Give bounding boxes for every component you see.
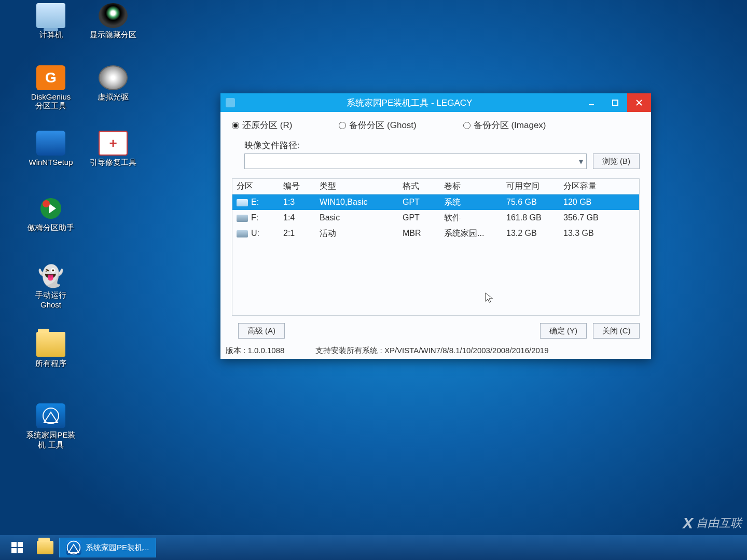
icon-label: 所有程序 [20, 359, 82, 369]
icon-label: WinNTSetup [20, 158, 82, 166]
pe-installer-icon [66, 540, 81, 555]
minimize-button[interactable] [579, 93, 603, 112]
version-label: 版本 : 1.0.0.1088 [226, 346, 284, 356]
radio-dot-icon [463, 122, 471, 129]
svg-point-2 [43, 408, 59, 424]
radio-backup-imagex[interactable]: 备份分区 (Imagex) [463, 119, 546, 131]
radio-label: 备份分区 (Imagex) [474, 119, 546, 131]
pe-installer-window: 系统家园PE装机工具 - LEGACY 还原分区 (R) 备份分区 (Ghost… [220, 93, 651, 359]
start-button[interactable] [3, 537, 31, 558]
icon-label: 虚拟光驱 [82, 92, 144, 102]
col-format[interactable]: 格式 [398, 181, 440, 192]
pe-installer-icon [36, 403, 65, 428]
image-path-combobox[interactable]: ▾ [244, 153, 587, 169]
drive-icon [237, 230, 248, 237]
desktop-icon-boot-repair[interactable]: 引导修复工具 [82, 131, 144, 167]
svg-point-1 [43, 200, 50, 207]
radio-backup-ghost[interactable]: 备份分区 (Ghost) [339, 119, 416, 131]
icon-label: 引导修复工具 [82, 158, 144, 167]
taskbar-task-label: 系统家园PE装机... [86, 543, 149, 553]
desktop-icon-computer[interactable]: 计算机 [20, 3, 82, 40]
taskbar-task-pe-installer[interactable]: 系统家园PE装机... [59, 538, 156, 557]
radio-label: 备份分区 (Ghost) [349, 119, 416, 131]
svg-rect-10 [18, 548, 23, 553]
titlebar[interactable]: 系统家园PE装机工具 - LEGACY [220, 93, 651, 112]
table-header: 分区 编号 类型 格式 卷标 可用空间 分区容量 [232, 179, 639, 194]
maximize-button[interactable] [603, 93, 627, 112]
status-bar: 版本 : 1.0.0.1088 支持安装所有系统 : XP/VISTA/WIN7… [226, 346, 640, 356]
app-icon [226, 98, 235, 107]
watermark: X自由互联 [683, 514, 742, 532]
svg-rect-7 [11, 542, 17, 547]
radio-dot-icon [232, 122, 239, 129]
image-path-label: 映像文件路径: [244, 139, 301, 151]
desktop-icon-winntsetup[interactable]: WinNTSetup [20, 131, 82, 166]
desktop-icon-diskgenius[interactable]: G DiskGenius 分区工具 [20, 65, 82, 111]
aomei-icon [36, 196, 65, 221]
taskbar-file-explorer[interactable] [34, 538, 56, 557]
desktop-icon-virtual-cd[interactable]: 虚拟光驱 [82, 65, 144, 102]
desktop-icon-show-hidden-partition[interactable]: 显示隐藏分区 [82, 3, 144, 40]
ok-button[interactable]: 确定 (Y) [540, 323, 587, 339]
taskbar: 系统家园PE装机... [0, 535, 747, 560]
col-number[interactable]: 编号 [279, 181, 315, 192]
icon-label: 傲梅分区助手 [20, 223, 82, 233]
desktop-icon-pe-installer[interactable]: 系统家园PE装 机 工具 [20, 403, 82, 450]
col-type[interactable]: 类型 [315, 181, 398, 192]
drive-icon [237, 199, 248, 206]
close-window-button[interactable]: 关闭 (C) [593, 323, 640, 339]
radio-restore-partition[interactable]: 还原分区 (R) [232, 119, 292, 131]
col-label[interactable]: 卷标 [440, 181, 502, 192]
icon-label: 手动运行 Ghost [20, 290, 82, 309]
icon-label: 系统家园PE装 机 工具 [20, 430, 82, 450]
desktop-icon-aomei[interactable]: 傲梅分区助手 [20, 196, 82, 233]
toolbox-icon [99, 131, 128, 156]
desktop-icon-ghost[interactable]: 👻 手动运行 Ghost [20, 263, 82, 309]
svg-rect-8 [18, 542, 23, 547]
advanced-button[interactable]: 高级 (A) [238, 323, 285, 339]
radio-dot-icon [339, 122, 346, 129]
computer-icon [36, 3, 65, 28]
chevron-down-icon: ▾ [579, 157, 583, 166]
folder-icon [36, 332, 65, 357]
col-partition[interactable]: 分区 [232, 181, 279, 192]
table-row[interactable]: E: 1:3 WIN10,Basic GPT 系统 75.6 GB 120 GB [232, 194, 639, 210]
svg-rect-4 [613, 100, 618, 105]
eye-icon [99, 3, 128, 28]
table-row[interactable]: U: 2:1 活动 MBR 系统家园... 13.2 GB 13.3 GB [232, 226, 639, 241]
browse-button[interactable]: 浏览 (B) [593, 153, 640, 169]
diskgenius-icon: G [36, 65, 65, 90]
folder-icon [37, 541, 53, 554]
svg-rect-9 [11, 548, 17, 553]
col-capacity[interactable]: 分区容量 [559, 181, 616, 192]
icon-label: 计算机 [20, 30, 82, 40]
col-free[interactable]: 可用空间 [502, 181, 559, 192]
desktop-icon-all-programs[interactable]: 所有程序 [20, 332, 82, 369]
close-button[interactable] [627, 93, 651, 112]
drive-icon [237, 215, 248, 222]
partition-table: 分区 编号 类型 格式 卷标 可用空间 分区容量 E: 1:3 WIN10,Ba… [232, 178, 640, 316]
mode-radio-group: 还原分区 (R) 备份分区 (Ghost) 备份分区 (Imagex) [232, 119, 640, 131]
setup-icon [36, 131, 65, 156]
radio-label: 还原分区 (R) [242, 119, 292, 131]
icon-label: 显示隐藏分区 [82, 30, 144, 40]
ghost-icon: 👻 [36, 263, 65, 288]
icon-label: DiskGenius 分区工具 [20, 92, 82, 111]
table-row[interactable]: F: 1:4 Basic GPT 软件 161.8 GB 356.7 GB [232, 210, 639, 226]
window-title: 系统家园PE装机工具 - LEGACY [347, 97, 473, 109]
cd-icon [99, 65, 128, 90]
support-label: 支持安装所有系统 : XP/VISTA/WIN7/8/8.1/10/2003/2… [315, 346, 548, 356]
